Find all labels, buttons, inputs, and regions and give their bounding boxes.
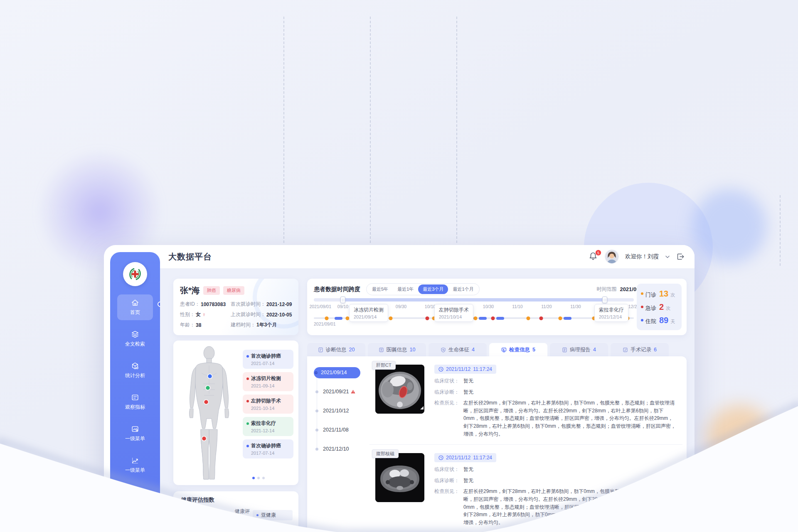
diagnosis-value: 暂无: [463, 388, 473, 396]
tab-count: 5: [532, 347, 535, 353]
mri-image[interactable]: [375, 453, 424, 502]
event-date: 2021-07-14: [251, 361, 290, 366]
date-item[interactable]: 2021/11/08: [314, 420, 364, 439]
date-item[interactable]: 2021/10/12: [314, 401, 364, 420]
outpatient-event-dot: [526, 316, 530, 320]
body-event-chip[interactable]: 冰冻切片检测 2021-09-14: [243, 372, 293, 391]
tab-count: 6: [654, 347, 657, 353]
tab-vitals[interactable]: 生命体征4: [429, 343, 487, 356]
notification-bell[interactable]: 5: [589, 252, 598, 262]
sidebar-item-fulltext-search[interactable]: 全文检索: [117, 326, 153, 352]
date-item-selected[interactable]: 2021/09/14: [314, 363, 364, 382]
tooltip-title: 冰冻切片检测: [354, 306, 384, 314]
range-3m-button[interactable]: 最近3个月: [418, 284, 448, 294]
sidebar-menu: 首页 全文检索 统计分析 观察指标 一级菜单 一级菜单: [110, 294, 160, 510]
body-event-chip[interactable]: 首次确诊肺癌 2021-07-14: [243, 350, 293, 369]
range-5y-button[interactable]: 最近5年: [367, 284, 393, 294]
ct-image[interactable]: [375, 365, 424, 414]
body-marker-chest-blue[interactable]: [208, 374, 212, 379]
pager-dot[interactable]: [262, 477, 265, 479]
hospitalization-bar: [496, 317, 504, 320]
health-row-average: 平均值60.5: [235, 527, 293, 532]
sidebar-item-observation[interactable]: 观察指标: [117, 389, 153, 415]
sidebar-item-menu-2[interactable]: 一级菜单: [117, 452, 153, 478]
emergency-dot: [641, 306, 643, 308]
timespan-title: 患者数据时间跨度: [314, 286, 360, 293]
range-1y-button[interactable]: 最近1年: [393, 284, 418, 294]
tooltip-title: 索拉非化疗: [599, 306, 624, 314]
pager-dot-active[interactable]: [252, 477, 255, 479]
event-axis-start: 2021/09/01: [314, 321, 336, 326]
patient-id-value: 100783083: [201, 302, 226, 307]
image-chart-icon: [131, 425, 139, 433]
sidebar-item-label: 统计分析: [125, 372, 145, 379]
range-1m-button[interactable]: 最近1个月: [448, 284, 478, 294]
sidebar-item-statistics[interactable]: 统计分析: [117, 358, 153, 383]
date-label: 2021/11/08: [323, 427, 349, 433]
layers-icon: [131, 330, 139, 338]
sidebar-item-menu-1[interactable]: 一级菜单: [117, 421, 153, 446]
tab-pathology[interactable]: 病理报告4: [550, 343, 608, 356]
avatar-image: [605, 250, 618, 263]
symptom-value: 暂无: [463, 377, 473, 385]
hospitalization-bar: [335, 317, 342, 320]
tooltip-date: 2021/12/14: [599, 314, 624, 319]
sidebar-item-home[interactable]: 首页: [117, 294, 153, 320]
body-marker-abdomen-red[interactable]: [204, 400, 209, 405]
slider-selected-range: [343, 298, 605, 302]
diagnosis-tab-icon: [318, 347, 323, 353]
date-dot: [315, 390, 318, 393]
tab-count: 4: [472, 347, 475, 353]
symptom-label: 临床症状：: [434, 466, 463, 473]
event-dot: [246, 400, 249, 402]
date-item[interactable]: 2021/12/10: [314, 439, 364, 458]
health-title: 健康评估指数: [181, 496, 214, 504]
body-marker-torso-green[interactable]: [206, 386, 210, 390]
findings-value: 左肝长径29mm，剑下28mm，右叶上界第6肋间，肋下0mm，包膜光整，形态规则…: [463, 399, 677, 438]
page-title: 大数据平台: [168, 251, 212, 262]
body-marker-knee-red[interactable]: [202, 436, 207, 441]
user-menu-chevron[interactable]: [665, 255, 670, 258]
pathology-tab-icon: [562, 347, 567, 353]
slider-handle-end[interactable]: [602, 297, 607, 303]
hospital-logo-icon: [126, 265, 144, 283]
exam-date: 2021/11/12: [446, 455, 470, 461]
tab-exams[interactable]: 检查信息5: [489, 343, 547, 356]
exam-item-liver-ct: 肝部CT 2021/11/12 11:17:24 临床症状：暂无 临床诊断：暂无…: [369, 356, 682, 444]
logout-button[interactable]: [676, 253, 685, 261]
tab-orders[interactable]: 医嘱信息10: [368, 343, 426, 356]
stat-emergency: 急诊 2 次: [641, 302, 677, 312]
tick-label: 10/30: [483, 304, 494, 309]
avatar[interactable]: [605, 250, 618, 263]
hospitalization-bar: [564, 317, 571, 320]
date-item[interactable]: 2021/09/21: [314, 382, 364, 401]
pager-dot[interactable]: [257, 477, 260, 479]
body-event-pagination: [252, 477, 265, 479]
deco-dashed-line: [456, 17, 457, 243]
sidebar-item-menu-3[interactable]: 一级菜单: [117, 484, 153, 510]
tab-count: 20: [349, 347, 355, 353]
slider-track[interactable]: [314, 298, 634, 302]
slider-handle-start[interactable]: [340, 297, 345, 303]
stat-label: 住院: [645, 318, 656, 325]
body-event-chip[interactable]: 首次确诊肺癌 2017-07-14: [243, 439, 293, 458]
welcome-text: 欢迎你！刘霞: [625, 253, 659, 260]
symptom-label: 临床症状：: [434, 377, 463, 385]
patient-tag-diabetes: 糖尿病: [223, 286, 244, 295]
date-label: 2021/09/21: [323, 389, 349, 395]
first-visit-value: 2021-12-09: [266, 302, 292, 307]
body-event-chip[interactable]: 左肺切除手术 2021-10-14: [243, 395, 293, 414]
health-assessment-card: 健康评估指数 50.4 健康评估 亚健康 平均值60.5: [173, 491, 298, 532]
body-event-chip[interactable]: 索拉非化疗 2021-12-14: [243, 417, 293, 436]
findings-label: 检查所见：: [434, 399, 463, 438]
tab-diagnosis[interactable]: 诊断信息20: [307, 343, 365, 356]
notification-badge: 5: [595, 250, 601, 256]
exam-list: 肝部CT 2021/11/12 11:17:24 临床症状：暂无 临床诊断：暂无…: [369, 356, 682, 532]
outpatient-dot: [641, 292, 643, 295]
chevron-down-icon: [665, 255, 670, 258]
event-date: 2021-10-14: [251, 406, 290, 411]
hospital-logo: [123, 262, 147, 286]
tab-surgery[interactable]: 手术记录6: [611, 343, 669, 356]
deco-dashed-line: [283, 17, 284, 243]
tab-label: 医嘱信息: [387, 346, 407, 353]
